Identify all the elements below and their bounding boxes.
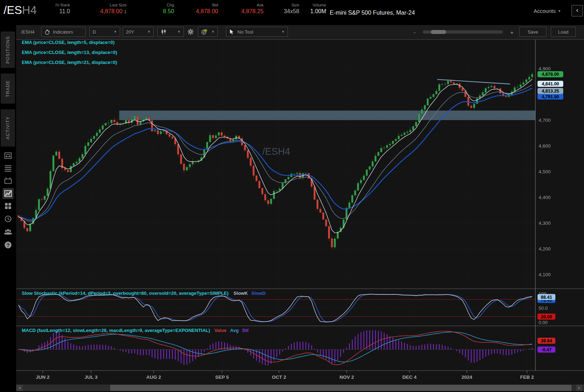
candle: [360, 180, 362, 183]
candle: [348, 203, 350, 208]
study-label-ema21[interactable]: EMA (price=CLOSE, length=21, displace=0): [22, 60, 117, 65]
drawing-tools-dropdown[interactable]: ▼: [198, 27, 218, 37]
save-button[interactable]: Save: [519, 27, 546, 37]
active-tool-dropdown[interactable]: No Tool▼: [226, 27, 288, 37]
resistance-zone[interactable]: [119, 110, 535, 120]
candle: [247, 150, 249, 158]
candle: [212, 135, 214, 138]
svg-text:4,841.00: 4,841.00: [542, 81, 559, 86]
field-bid: Bid 4,878.00: [182, 3, 218, 15]
chevron-left-icon: ‹: [576, 6, 578, 14]
help-icon[interactable]: ?: [4, 240, 13, 249]
candle: [264, 194, 266, 200]
candle: [421, 109, 423, 114]
chart-type-dropdown[interactable]: ▼: [157, 27, 184, 37]
svg-text:4,200: 4,200: [539, 246, 551, 252]
study-label-ema5[interactable]: EMA (price=CLOSE, length=5, displace=0): [22, 40, 114, 45]
study-label-macd[interactable]: MACD (fastLength=12, slowLength=26, macd…: [22, 328, 249, 333]
charts-icon[interactable]: [3, 188, 14, 199]
chart-toolbar: /ESH4 Indicators D▼ 20Y▼ ▼: [16, 25, 584, 40]
svg-text:DEC 4: DEC 4: [402, 374, 417, 380]
scrollbar-thumb[interactable]: [110, 385, 571, 391]
scroll-right-button[interactable]: ▸: [576, 385, 582, 391]
candle: [354, 190, 356, 195]
chart-canvas[interactable]: /ESH44,9004,7004,6004,5004,4004,3004,200…: [0, 0, 584, 392]
sidebar-tab-activity[interactable]: ACTIVITY: [1, 109, 15, 147]
svg-text:2024: 2024: [462, 374, 473, 380]
candle: [470, 106, 472, 108]
history-icon[interactable]: [4, 214, 13, 223]
candle: [70, 166, 72, 172]
candle: [163, 131, 165, 132]
candle: [436, 91, 437, 94]
candle: [528, 77, 530, 79]
candle: [261, 188, 263, 194]
candle: [192, 162, 193, 164]
candle: [525, 79, 527, 82]
community-icon[interactable]: [4, 227, 13, 236]
zoom-slider-thumb[interactable]: [431, 30, 446, 34]
quotes-icon[interactable]: [4, 151, 13, 160]
symbol-watermark: /ESH4: [262, 146, 290, 157]
candle: [531, 74, 533, 77]
timeframe-dropdown[interactable]: D▼: [89, 27, 120, 37]
oversold-bubble: 20.00: [538, 314, 555, 320]
chart-settings-button[interactable]: [187, 27, 194, 37]
svg-text:4,400: 4,400: [539, 195, 551, 200]
candle: [378, 152, 379, 156]
candle: [253, 166, 255, 175]
candle: [38, 199, 40, 210]
candle: [438, 84, 440, 91]
macd-dif-bubble: -0.47: [538, 347, 555, 353]
candle: [447, 81, 449, 84]
gear-icon: [187, 28, 194, 35]
study-label-ema13[interactable]: EMA (price=CLOSE, length=13, displace=0): [22, 50, 117, 55]
load-button[interactable]: Load: [551, 27, 576, 37]
grid-icon[interactable]: [4, 202, 13, 210]
sidebar-tab-positions[interactable]: POSITIONS: [1, 31, 15, 68]
candle: [137, 116, 138, 125]
time-scrollbar[interactable]: ◂ ▸: [16, 384, 584, 391]
field-chg: Chg 8.50: [142, 3, 174, 15]
candle: [154, 130, 156, 132]
candle: [171, 137, 173, 138]
chevron-down-icon: ▼: [278, 30, 285, 34]
svg-text:4,791.50: 4,791.50: [542, 94, 559, 99]
candle: [157, 130, 159, 134]
candle: [53, 155, 54, 171]
chevron-down-icon: ▼: [558, 9, 561, 13]
last-price-bubble: 4,878.00: [538, 71, 563, 77]
accounts-dropdown[interactable]: Accounts▼: [534, 8, 561, 14]
svg-text:4,813.25: 4,813.25: [542, 89, 559, 94]
indicators-button[interactable]: Indicators: [41, 27, 85, 37]
svg-text:4,500: 4,500: [539, 169, 551, 174]
zoom-out-button[interactable]: -: [414, 29, 416, 35]
field-iv-rank: IV Rank 11.0: [34, 3, 70, 15]
watchlist-icon[interactable]: [4, 164, 13, 173]
study-label-stochastic[interactable]: Slow Stochastic (kPeriod=14, dPeriod=3, …: [22, 291, 266, 296]
globe-drawing-icon: [201, 29, 207, 35]
candle: [296, 173, 298, 174]
range-dropdown[interactable]: 20Y▼: [123, 27, 154, 37]
zoom-slider[interactable]: [423, 30, 503, 34]
candle: [319, 209, 321, 213]
candle: [189, 164, 191, 167]
candle: [250, 158, 252, 166]
slowk-bubble: 88.41: [538, 294, 555, 300]
instrument-description: E-mini S&P 500 Futures, Mar-24: [330, 9, 415, 16]
ema5-bubble: 4,841.00: [538, 81, 563, 87]
candle: [366, 170, 368, 176]
svg-text:SEP 5: SEP 5: [215, 374, 229, 380]
sidebar-tab-trade[interactable]: TRADE: [1, 74, 15, 104]
candle: [316, 200, 318, 209]
scroll-left-button[interactable]: ◂: [16, 385, 23, 391]
svg-text:4,878.00: 4,878.00: [542, 72, 559, 77]
tv-icon[interactable]: [4, 176, 13, 185]
candle: [345, 208, 347, 220]
collapse-panel-button[interactable]: ‹: [571, 5, 583, 16]
zoom-in-button[interactable]: +: [510, 29, 514, 35]
candle: [328, 226, 330, 238]
candle: [209, 135, 211, 142]
candle: [374, 156, 376, 162]
candle: [256, 175, 257, 181]
